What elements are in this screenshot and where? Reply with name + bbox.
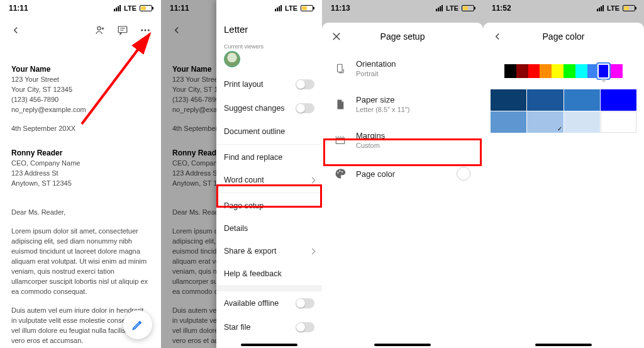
recipient-name: Ronny Reader bbox=[11, 148, 150, 159]
shade-swatch[interactable] bbox=[491, 89, 526, 111]
sender-street: 123 Your Street bbox=[11, 75, 150, 85]
svg-point-8 bbox=[337, 172, 338, 173]
svg-point-0 bbox=[97, 26, 101, 30]
status-time: 11:13 bbox=[331, 4, 350, 13]
shade-swatch[interactable]: ✓ bbox=[527, 111, 563, 133]
orientation-icon bbox=[335, 63, 346, 74]
signal-bars-icon bbox=[436, 5, 443, 11]
signal-bars-icon bbox=[114, 5, 121, 11]
page-color-modal: Page color ✓ bbox=[483, 23, 644, 348]
menu-print-layout[interactable]: Print layout bbox=[216, 72, 322, 96]
screen-overflow-menu: 11:11 Your Name 123 Your StreetYour City… bbox=[161, 0, 322, 348]
network-label: LTE bbox=[285, 4, 297, 12]
battery-icon bbox=[301, 5, 313, 11]
screen-page-setup: 11:13 LTE Page setup OrientationPortrait… bbox=[322, 0, 483, 348]
svg-point-2 bbox=[141, 30, 143, 31]
toggle-suggest[interactable] bbox=[296, 103, 314, 113]
screen-document-view: 11:11 LTE Your Name 123 Your Street Your… bbox=[0, 0, 161, 348]
screen-page-color: 11:52 LTE Page color ✓ bbox=[483, 0, 644, 348]
sender-name: Your Name bbox=[11, 64, 150, 75]
menu-star-file[interactable]: Star file bbox=[216, 315, 322, 339]
svg-rect-6 bbox=[338, 64, 343, 72]
hue-swatch[interactable] bbox=[611, 64, 623, 78]
status-bar: 11:52 LTE bbox=[483, 0, 644, 16]
viewer-avatar[interactable] bbox=[224, 51, 240, 67]
option-paper-size[interactable]: Paper sizeLetter (8.5" x 11") bbox=[322, 86, 483, 122]
shade-swatch[interactable] bbox=[564, 111, 600, 133]
battery-icon bbox=[140, 5, 152, 11]
toggle-offline[interactable] bbox=[296, 298, 314, 308]
toggle-print-layout[interactable] bbox=[296, 79, 314, 89]
menu-find-replace[interactable]: Find and replace bbox=[216, 146, 322, 169]
recipient-street: 123 Address St bbox=[11, 169, 150, 179]
shade-swatch[interactable] bbox=[491, 111, 526, 133]
menu-available-offline[interactable]: Available offline bbox=[216, 291, 322, 315]
sender-city: Your City, ST 12345 bbox=[11, 85, 150, 95]
svg-point-3 bbox=[145, 30, 147, 31]
recipient-city: Anytown, ST 12345 bbox=[11, 179, 150, 189]
status-time: 11:52 bbox=[492, 4, 511, 13]
network-label: LTE bbox=[607, 4, 619, 12]
menu-share-export[interactable]: Share & export bbox=[216, 240, 322, 262]
hue-swatch[interactable] bbox=[540, 64, 552, 78]
recipient-title: CEO, Company Name bbox=[11, 159, 150, 169]
home-indicator[interactable] bbox=[241, 344, 297, 346]
status-time: 11:11 bbox=[9, 4, 28, 13]
home-indicator[interactable] bbox=[535, 344, 592, 346]
comment-icon[interactable] bbox=[117, 25, 128, 36]
shade-swatch[interactable] bbox=[601, 89, 636, 111]
document-title: Letter bbox=[216, 16, 322, 38]
svg-point-10 bbox=[341, 171, 343, 172]
shade-swatch[interactable] bbox=[601, 111, 636, 133]
shade-grid[interactable]: ✓ bbox=[491, 89, 636, 133]
status-bar: LTE bbox=[216, 0, 322, 16]
page-setup-modal: Page setup OrientationPortrait Paper siz… bbox=[322, 23, 483, 348]
svg-point-4 bbox=[148, 30, 150, 31]
paper-icon bbox=[335, 99, 346, 110]
current-color-swatch bbox=[457, 167, 470, 181]
app-toolbar bbox=[0, 16, 161, 44]
modal-title: Page color bbox=[492, 31, 635, 42]
home-indicator[interactable] bbox=[374, 344, 431, 346]
highlight-page-setup bbox=[216, 184, 322, 208]
more-icon[interactable] bbox=[140, 25, 151, 36]
signal-bars-icon bbox=[275, 5, 282, 11]
current-viewers-label: Current viewers bbox=[216, 38, 322, 51]
shade-swatch[interactable] bbox=[527, 89, 563, 111]
hue-swatch[interactable] bbox=[528, 64, 540, 78]
overflow-menu-sheet: LTE Letter Current viewers Print layout … bbox=[216, 0, 322, 348]
network-label: LTE bbox=[446, 4, 458, 12]
sender-phone: (123) 456-7890 bbox=[11, 95, 150, 105]
menu-help-feedback[interactable]: Help & feedback bbox=[216, 262, 322, 285]
hue-swatch[interactable] bbox=[575, 64, 587, 78]
svg-rect-1 bbox=[118, 26, 127, 33]
svg-point-9 bbox=[339, 171, 340, 172]
sender-email: no_reply@example.com bbox=[11, 105, 150, 115]
highlight-page-color bbox=[323, 138, 482, 166]
salutation: Dear Ms. Reader, bbox=[11, 208, 150, 218]
signal-bars-icon bbox=[597, 5, 604, 11]
hue-swatch[interactable] bbox=[564, 64, 575, 78]
hue-swatch[interactable] bbox=[552, 64, 564, 78]
checkmark-icon: ✓ bbox=[557, 125, 562, 132]
letter-date: 4th September 20XX bbox=[11, 124, 150, 134]
hue-swatch[interactable] bbox=[504, 64, 516, 78]
add-person-icon[interactable] bbox=[94, 25, 106, 36]
edit-fab[interactable] bbox=[123, 310, 152, 339]
menu-suggest-changes[interactable]: Suggest changes bbox=[216, 96, 322, 120]
toggle-star[interactable] bbox=[296, 322, 314, 332]
hue-swatch[interactable] bbox=[516, 64, 528, 78]
status-bar: 11:13 LTE bbox=[322, 0, 483, 16]
document-body[interactable]: Your Name 123 Your Street Your City, ST … bbox=[0, 64, 161, 348]
shade-swatch[interactable] bbox=[564, 89, 600, 111]
status-bar: 11:11 LTE bbox=[0, 0, 161, 16]
back-icon[interactable] bbox=[10, 25, 21, 36]
menu-document-outline[interactable]: Document outline bbox=[216, 120, 322, 143]
menu-details[interactable]: Details bbox=[216, 217, 322, 240]
battery-icon bbox=[623, 5, 635, 11]
modal-title: Page setup bbox=[331, 31, 474, 42]
option-orientation[interactable]: OrientationPortrait bbox=[322, 50, 483, 86]
hue-picker[interactable] bbox=[504, 64, 623, 78]
palette-icon bbox=[335, 168, 346, 179]
network-label: LTE bbox=[124, 4, 136, 12]
